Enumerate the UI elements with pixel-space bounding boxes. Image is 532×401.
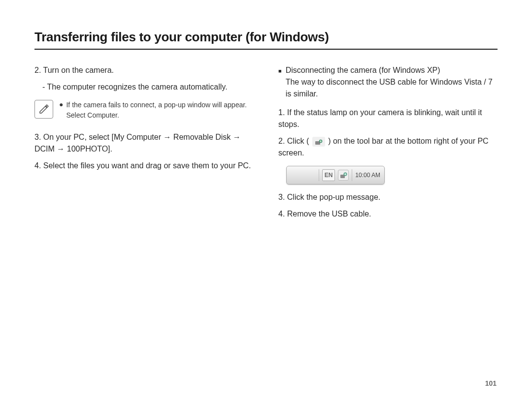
safely-remove-icon xyxy=(338,170,349,181)
right-step-1: 1. If the status lamp on your camera is … xyxy=(278,107,498,130)
right-step-3: 3. Click the pop-up message. xyxy=(278,191,498,203)
step-3: 3. On your PC, select [My Computer → Rem… xyxy=(34,131,254,155)
right-step-2a: 2. Click ( xyxy=(278,137,311,145)
content-columns: 2. Turn on the camera. - The computer re… xyxy=(34,64,498,225)
note-block: ● If the camera fails to connect, a pop-… xyxy=(34,100,254,121)
right-column: ■ Disconnecting the camera (for Windows … xyxy=(278,64,498,225)
note-line2: Select Computer. xyxy=(66,111,119,119)
right-step-4: 4. Remove the USB cable. xyxy=(278,208,498,220)
bullet-dot: ● xyxy=(59,100,63,121)
note-line1: If the camera fails to connect, a pop-up… xyxy=(66,101,247,109)
taskbar-time: 10:00 AM xyxy=(355,171,380,180)
taskbar-separator xyxy=(319,169,319,181)
note-text: ● If the camera fails to connect, a pop-… xyxy=(59,100,254,121)
step-2-sub: - The computer recognizes the camera aut… xyxy=(42,81,254,93)
page-title: Transferring files to your computer (for… xyxy=(34,30,498,50)
right-step-2: 2. Click ( ) on the tool bar at the bott… xyxy=(278,135,498,159)
left-column: 2. Turn on the camera. - The computer re… xyxy=(34,64,254,225)
taskbar-image: EN 10:00 AM xyxy=(286,166,385,185)
step-2: 2. Turn on the camera. xyxy=(34,64,254,76)
note-icon xyxy=(34,100,53,119)
pencil-note-icon xyxy=(38,103,50,115)
page-number: 101 xyxy=(485,379,497,387)
taskbar-separator-2 xyxy=(352,169,352,181)
safely-remove-inline-icon xyxy=(312,137,325,147)
disconnect-subheading: ■ Disconnecting the camera (for Windows … xyxy=(278,64,498,100)
subheading-text: Disconnecting the camera (for Windows XP… xyxy=(286,66,440,74)
square-bullet-icon: ■ xyxy=(278,67,282,75)
taskbar-lang: EN xyxy=(322,169,335,181)
step-4: 4. Select the files you want and drag or… xyxy=(34,160,254,172)
subheading-desc: The way to disconnect the USB cable for … xyxy=(286,78,493,98)
